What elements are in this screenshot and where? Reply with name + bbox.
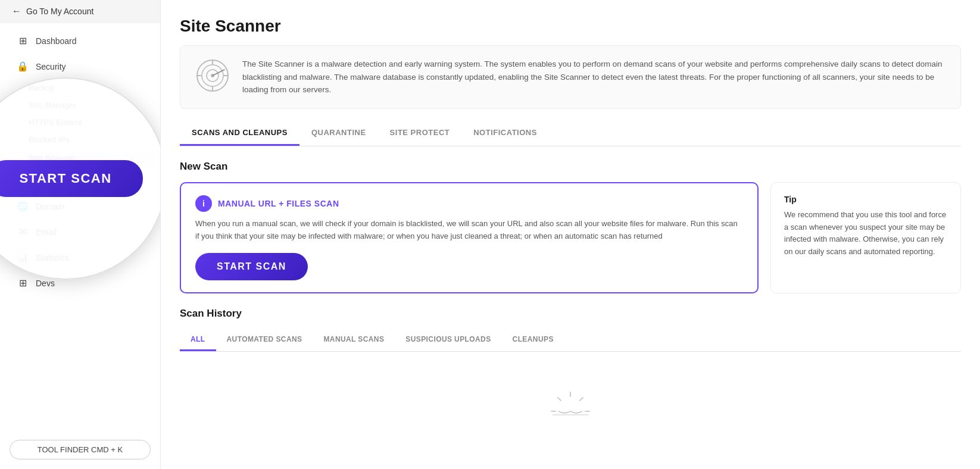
scan-info-icon: i [195,195,212,212]
svg-line-10 [580,398,583,401]
main-content: Site Scanner The Site Scanner is a malwa… [161,0,980,469]
security-icon: 🔒 [17,61,29,72]
history-title: Scan History [180,308,961,320]
tip-title: Tip [784,195,947,204]
scan-card: i MANUAL URL + FILES SCAN When you run a… [180,182,759,294]
svg-line-9 [558,398,561,401]
history-tab-suspicious[interactable]: SUSPICIOUS UPLOADS [395,329,501,351]
main-tabs: SCANS AND CLEANUPS QUARANTINE SITE PROTE… [180,121,961,146]
back-label: Go To My Account [26,7,93,16]
sidebar-item-label: Dashboard [36,36,77,46]
sidebar-item-security[interactable]: 🔒 Security [5,55,155,78]
new-scan-title: New Scan [180,161,961,173]
zoom-circle-content: START SCAN [0,79,161,279]
history-tabs: ALL AUTOMATED SCANS MANUAL SCANS SUSPICI… [180,329,961,352]
tab-quarantine[interactable]: QUARANTINE [299,121,378,146]
tab-site-protect[interactable]: SITE PROTECT [378,121,462,146]
history-tab-automated[interactable]: AUTOMATED SCANS [216,329,313,351]
history-tab-all[interactable]: ALL [180,329,216,351]
scanner-svg-icon [195,58,230,93]
back-to-account[interactable]: ← Go To My Account [0,0,160,23]
tab-notifications[interactable]: NOTIFICATIONS [461,121,549,146]
history-tab-cleanups[interactable]: CLEANUPS [502,329,564,351]
zoom-overlay: START SCAN [0,77,161,280]
sidebar-item-dashboard[interactable]: ⊞ Dashboard [5,29,155,52]
devs-icon: ⊞ [17,277,29,289]
sidebar-item-label: Security [36,62,66,71]
history-tab-manual[interactable]: MANUAL SCANS [313,329,395,351]
sidebar: ← Go To My Account ⊞ Dashboard 🔒 Securit… [0,0,161,469]
empty-state-icon [547,387,594,417]
scan-card-header: i MANUAL URL + FILES SCAN [195,195,743,212]
history-section: Scan History ALL AUTOMATED SCANS MANUAL … [180,308,961,441]
tab-scans-cleanups[interactable]: SCANS AND CLEANUPS [180,121,299,146]
info-banner-text: The Site Scanner is a malware detection … [242,58,946,96]
tool-finder-button[interactable]: TOOL FINDER CMD + K [10,440,151,459]
tip-card: Tip We recommend that you use this tool … [770,182,961,294]
scanner-icon-wrapper [195,58,230,93]
sidebar-item-label: Devs [36,279,55,288]
scan-card-title: MANUAL URL + FILES SCAN [218,199,339,208]
back-arrow-icon: ← [12,6,21,17]
empty-state [180,364,961,441]
page-header: Site Scanner [161,0,980,45]
page-title: Site Scanner [180,17,961,36]
tip-text: We recommend that you use this tool and … [784,209,947,258]
info-banner: The Site Scanner is a malware detection … [180,45,961,109]
start-scan-button-zoomed[interactable]: START SCAN [0,160,143,197]
start-scan-button[interactable]: START SCAN [195,253,308,280]
content-area: New Scan i MANUAL URL + FILES SCAN When … [161,146,980,456]
scan-card-description: When you run a manual scan, we will chec… [195,218,743,243]
dashboard-icon: ⊞ [17,35,29,46]
scan-tip-row: i MANUAL URL + FILES SCAN When you run a… [180,182,961,294]
